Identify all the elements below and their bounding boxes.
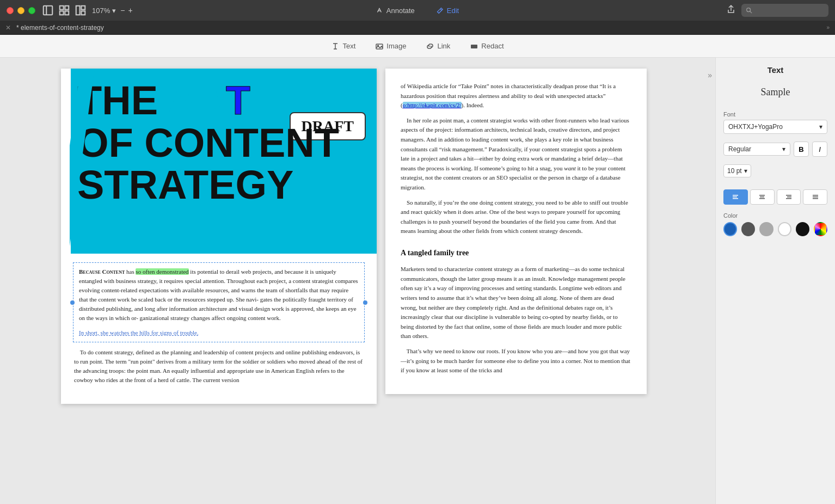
italic-button[interactable]: I <box>812 142 827 157</box>
zoom-plus-icon[interactable]: + <box>128 6 132 15</box>
color-section: Color <box>723 212 827 236</box>
font-chevron-icon: ▾ <box>819 123 822 131</box>
title-bar-right <box>726 4 828 17</box>
svg-rect-19 <box>733 195 738 196</box>
fullscreen-button[interactable] <box>28 7 35 14</box>
sidebar-toggle-icon[interactable] <box>42 4 54 16</box>
want-italic: want <box>564 165 575 171</box>
layout-icon[interactable] <box>75 4 87 16</box>
main-paragraph-1: Because Content has so often demonstrate… <box>79 267 359 323</box>
color-label: Color <box>723 212 827 219</box>
style-selector[interactable]: Regular ▾ <box>723 143 790 156</box>
zoom-chevron-icon: ▾ <box>112 7 116 15</box>
grid-icon[interactable] <box>58 4 70 16</box>
edit-button[interactable]: Edit <box>432 4 463 17</box>
color-swatch-light-gray[interactable] <box>759 222 773 236</box>
image-tool[interactable]: Image <box>365 39 416 54</box>
link-text[interactable]: o:http://okapit.com/cs/2/ <box>403 102 462 108</box>
svg-rect-3 <box>65 6 69 10</box>
color-swatch-rainbow[interactable] <box>814 222 827 236</box>
color-swatch-blue[interactable] <box>723 222 737 236</box>
document-tab-bar: ✕ * elements-of-content-strategy » <box>0 21 835 35</box>
color-row <box>723 222 827 236</box>
panel-arrow-icon[interactable]: » <box>826 24 830 30</box>
zoom-level: 107% <box>92 7 110 15</box>
font-selector[interactable]: OHXTXJ+YogaPro ▾ <box>723 120 827 134</box>
right-para-1: In her role as point man, a content stra… <box>401 116 631 193</box>
highlight-text: so often demonstrated <box>136 268 188 275</box>
align-justify-button[interactable] <box>803 189 827 205</box>
close-button[interactable] <box>7 7 14 14</box>
underlined-text: In short, she watches the hills for sign… <box>79 329 199 336</box>
font-size-value: 10 pt <box>727 167 742 175</box>
link-tool-label: Link <box>437 42 450 50</box>
svg-rect-21 <box>733 198 738 199</box>
right-para-4: That’s why we need to know our roots. If… <box>401 347 631 376</box>
share-button[interactable] <box>726 4 736 16</box>
zoom-control[interactable]: 107% ▾ − + <box>92 6 133 15</box>
svg-rect-6 <box>76 6 80 15</box>
svg-rect-24 <box>759 198 765 199</box>
annotate-button[interactable]: Annotate <box>372 4 419 17</box>
font-section: Font OHXTXJ+YogaPro ▾ <box>723 111 827 134</box>
minimize-button[interactable] <box>17 7 24 14</box>
bold-button[interactable]: B <box>794 142 809 157</box>
search-input[interactable] <box>741 4 828 17</box>
toolbar: Text Image Link Redact <box>0 35 835 58</box>
document-filename: * elements-of-content-strategy <box>16 24 104 32</box>
text-content: Because Content has so often demonstrate… <box>61 254 377 404</box>
svg-rect-23 <box>760 196 764 198</box>
svg-line-10 <box>440 9 442 10</box>
cover-section: THE ART OF CONTENT STRATEGY DRAFT <box>61 69 377 254</box>
svg-rect-20 <box>733 196 737 198</box>
cover-line1: THE ART <box>77 79 377 122</box>
text-tool-label: Text <box>342 42 355 50</box>
right-page: of Wikipedia article for “Take Point” no… <box>385 69 647 394</box>
toolbar-center: Annotate Edit <box>372 4 463 17</box>
svg-rect-22 <box>759 195 765 196</box>
color-swatch-white[interactable] <box>778 222 791 236</box>
svg-rect-25 <box>786 195 791 196</box>
svg-rect-18 <box>471 45 477 48</box>
align-center-button[interactable] <box>750 189 775 205</box>
font-label: Font <box>723 111 827 118</box>
panel-collapse-icon[interactable]: » <box>708 71 712 79</box>
panel-title: Text <box>723 65 827 75</box>
svg-rect-26 <box>787 196 791 198</box>
align-row <box>723 189 827 205</box>
svg-rect-30 <box>813 198 818 199</box>
svg-rect-8 <box>81 11 85 15</box>
size-row: 10 pt ▾ <box>723 164 827 180</box>
right-para-link: of Wikipedia article for “Take Point” no… <box>401 82 631 110</box>
right-para-2: So naturally, if you’re the one doing co… <box>401 198 631 236</box>
color-swatch-dark-gray[interactable] <box>741 222 755 236</box>
link-tool[interactable]: Link <box>416 39 460 54</box>
right-para-3: Marketers tend to characterize content s… <box>401 265 631 341</box>
main-area: THE ART OF CONTENT STRATEGY DRAFT <box>0 58 835 504</box>
font-size-selector[interactable]: 10 pt ▾ <box>723 164 751 177</box>
svg-rect-27 <box>786 198 791 199</box>
sample-text: Sample <box>723 87 827 98</box>
align-right-button[interactable] <box>777 189 801 205</box>
style-name: Regular <box>728 145 751 153</box>
right-panel: » Text Sample Font OHXTXJ+YogaPro ▾ Regu… <box>715 58 835 504</box>
svg-rect-2 <box>60 6 64 10</box>
svg-rect-0 <box>44 6 53 15</box>
text-tool[interactable]: Text <box>321 39 365 54</box>
document-area[interactable]: THE ART OF CONTENT STRATEGY DRAFT <box>0 58 715 504</box>
selected-text-box[interactable]: Because Content has so often demonstrate… <box>73 262 365 342</box>
left-page: THE ART OF CONTENT STRATEGY DRAFT <box>61 69 377 404</box>
main-paragraph-2: To do content strategy, defined as the p… <box>74 348 364 385</box>
redact-tool[interactable]: Redact <box>460 39 513 54</box>
svg-point-11 <box>747 8 751 12</box>
color-swatch-black[interactable] <box>796 222 809 236</box>
traffic-lights <box>7 7 35 14</box>
align-left-button[interactable] <box>723 189 748 205</box>
section-heading: A tangled family tree <box>401 247 631 259</box>
window-controls <box>42 4 87 16</box>
zoom-minus-icon[interactable]: − <box>120 6 125 15</box>
underline-paragraph: In short, she watches the hills for sign… <box>79 328 359 337</box>
svg-rect-7 <box>81 6 85 10</box>
redact-tool-label: Redact <box>481 42 504 50</box>
close-tab-icon[interactable]: ✕ <box>5 24 11 32</box>
